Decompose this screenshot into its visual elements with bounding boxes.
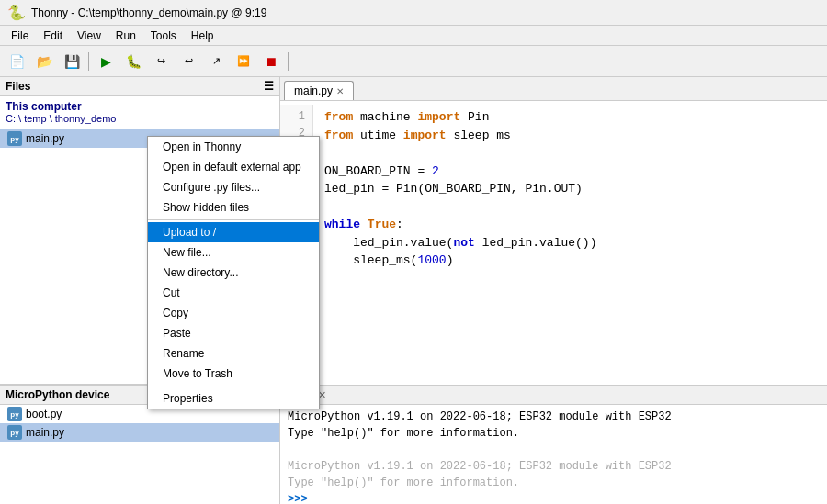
ctx-new-directory[interactable]: New directory... xyxy=(148,263,319,283)
main-py-name-bottom: main.py xyxy=(26,426,64,439)
this-computer-title[interactable]: This computer xyxy=(6,100,274,113)
code-line-3 xyxy=(324,144,816,162)
shell-line-2: Type "help()" for more information. xyxy=(288,425,820,442)
files-label: Files xyxy=(6,80,30,93)
resume-button[interactable]: ⏩ xyxy=(231,50,256,73)
stop-button[interactable]: ⏹ xyxy=(258,50,284,73)
ctx-open-external[interactable]: Open in default external app xyxy=(148,157,319,177)
menu-run[interactable]: Run xyxy=(108,28,143,44)
ctx-sep-1 xyxy=(148,219,319,220)
boot-py-icon: py xyxy=(7,407,22,421)
bottom-file-list: py boot.py py main.py xyxy=(0,405,279,442)
code-line-4: ON_BOARD_PIN = 2 xyxy=(324,162,816,181)
main-py-icon-bottom: py xyxy=(7,425,22,440)
step-into-button[interactable]: ↩ xyxy=(176,50,201,73)
code-editor[interactable]: 1 2 3 4 5 6 7 8 9 from machine import Pi… xyxy=(280,101,827,385)
tab-label: main.py xyxy=(294,84,333,97)
menu-help[interactable]: Help xyxy=(184,28,221,44)
debug-button[interactable]: 🐛 xyxy=(120,50,146,73)
step-over-button[interactable]: ↪ xyxy=(148,50,174,73)
shell-line-4: MicroPython v1.19.1 on 2022-06-18; ESP32… xyxy=(288,458,820,475)
code-line-8: led_pin.value(not led_pin.value()) xyxy=(324,234,816,252)
open-button[interactable]: 📂 xyxy=(31,50,57,73)
menu-file[interactable]: File xyxy=(4,28,36,44)
code-line-9: sleep_ms(1000) xyxy=(324,252,816,270)
ctx-open-thonny[interactable]: Open in Thonny xyxy=(148,137,319,157)
menu-tools[interactable]: Tools xyxy=(143,28,184,44)
toolbar: 📄 📂 💾 ▶ 🐛 ↪ ↩ ↗ ⏩ ⏹ xyxy=(0,46,827,77)
file-item-main-py-bottom[interactable]: py main.py xyxy=(0,423,279,442)
ukraine-flag xyxy=(292,50,318,73)
tab-close-icon[interactable]: ✕ xyxy=(336,86,344,96)
app-icon: 🐍 xyxy=(7,4,26,21)
files-panel-header: Files ☰ xyxy=(0,77,279,96)
window-title: Thonny - C:\temp\thonny_demo\main.py @ 9… xyxy=(31,6,266,19)
step-out-button[interactable]: ↗ xyxy=(203,50,229,73)
code-content: from machine import Pin from utime impor… xyxy=(313,105,827,381)
ctx-move-to-trash[interactable]: Move to Trash xyxy=(148,364,319,384)
ctx-copy[interactable]: Copy xyxy=(148,303,319,323)
ctx-paste[interactable]: Paste xyxy=(148,323,319,343)
py-file-icon: py xyxy=(7,131,22,146)
code-line-1: from machine import Pin xyxy=(324,108,816,127)
ctx-show-hidden[interactable]: Show hidden files xyxy=(148,197,319,218)
menu-bar: File Edit View Run Tools Help xyxy=(0,26,827,46)
shell-area: Shell ✕ MicroPython v1.19.1 on 2022-06-1… xyxy=(280,385,827,504)
ctx-upload-to[interactable]: Upload to / xyxy=(148,222,319,242)
shell-prompt-line: >>> xyxy=(288,491,820,504)
ctx-configure-py[interactable]: Configure .py files... xyxy=(148,177,319,197)
shell-header: Shell ✕ xyxy=(280,386,827,405)
files-menu-icon[interactable]: ☰ xyxy=(264,80,274,93)
this-computer-section: This computer C: \ temp \ thonny_demo xyxy=(0,96,279,128)
file-name-main-py-top: main.py xyxy=(26,132,64,145)
shell-prompt-symbol: >>> xyxy=(288,493,308,504)
editor-shell-area: main.py ✕ 1 2 3 4 5 6 7 8 9 from machine xyxy=(280,77,827,504)
title-bar: 🐍 Thonny - C:\temp\thonny_demo\main.py @… xyxy=(0,0,827,26)
ctx-sep-2 xyxy=(148,386,319,386)
editor-area: main.py ✕ 1 2 3 4 5 6 7 8 9 from machine xyxy=(280,77,827,385)
code-line-7: while True: xyxy=(324,216,816,234)
new-button[interactable]: 📄 xyxy=(4,50,29,73)
code-line-2: from utime import sleep_ms xyxy=(324,127,816,145)
ctx-rename[interactable]: Rename xyxy=(148,343,319,364)
shell-line-1: MicroPython v1.19.1 on 2022-06-18; ESP32… xyxy=(288,409,820,425)
run-button[interactable]: ▶ xyxy=(93,50,119,73)
shell-content[interactable]: MicroPython v1.19.1 on 2022-06-18; ESP32… xyxy=(280,405,827,504)
ctx-cut[interactable]: Cut xyxy=(148,283,319,303)
shell-line-3 xyxy=(288,442,820,458)
ctx-properties[interactable]: Properties xyxy=(148,388,319,409)
save-button[interactable]: 💾 xyxy=(59,50,85,73)
code-line-5: led_pin = Pin(ON_BOARD_PIN, Pin.OUT) xyxy=(324,180,816,198)
tab-main-py[interactable]: main.py ✕ xyxy=(284,81,354,100)
menu-edit[interactable]: Edit xyxy=(36,28,70,44)
shell-line-5: Type "help()" for more information. xyxy=(288,475,820,491)
main-layout: Files ☰ This computer C: \ temp \ thonny… xyxy=(0,77,827,504)
editor-tabs: main.py ✕ xyxy=(280,77,827,101)
menu-view[interactable]: View xyxy=(70,28,108,44)
toolbar-sep-1 xyxy=(88,52,89,71)
boot-py-name: boot.py xyxy=(26,408,62,420)
this-computer-path: C: \ temp \ thonny_demo xyxy=(6,113,274,124)
micropython-title: MicroPython device xyxy=(6,388,109,401)
ctx-new-file[interactable]: New file... xyxy=(148,242,319,263)
code-line-6 xyxy=(324,198,816,217)
context-menu: Open in Thonny Open in default external … xyxy=(147,136,320,409)
toolbar-sep-2 xyxy=(288,52,289,71)
